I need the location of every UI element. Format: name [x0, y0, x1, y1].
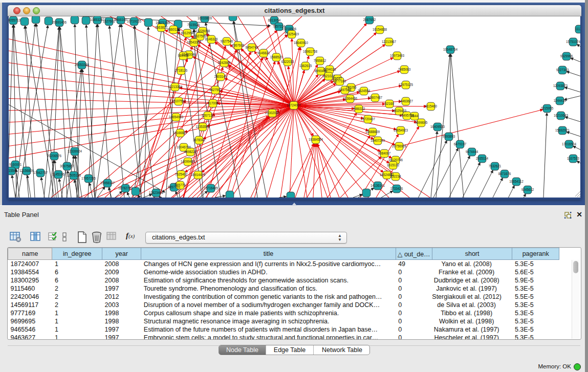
svg-text:15751074: 15751074	[566, 40, 580, 43]
svg-text:10973493: 10973493	[390, 54, 405, 57]
svg-text:20053346: 20053346	[75, 63, 90, 67]
svg-text:7485063: 7485063	[398, 68, 411, 71]
svg-text:6794028: 6794028	[323, 68, 336, 71]
svg-text:6497568: 6497568	[339, 88, 352, 92]
svg-text:9327546: 9327546	[221, 39, 233, 43]
svg-text:7625402: 7625402	[175, 172, 188, 176]
svg-text:1167533: 1167533	[567, 157, 580, 160]
svg-text:10654112: 10654112	[509, 180, 524, 183]
svg-text:7632621: 7632621	[489, 164, 502, 168]
svg-text:8813054: 8813054	[268, 18, 281, 22]
svg-text:9644: 9644	[411, 114, 419, 118]
svg-text:7663822: 7663822	[155, 26, 168, 29]
svg-text:9245612: 9245612	[521, 188, 534, 191]
svg-text:10025433: 10025433	[392, 109, 407, 113]
svg-text:985779: 985779	[175, 183, 186, 187]
svg-text:9699695: 9699695	[415, 121, 428, 124]
svg-text:1615132: 1615132	[387, 163, 400, 167]
svg-text:10719155: 10719155	[127, 19, 142, 23]
svg-text:6466160: 6466160	[115, 18, 127, 21]
svg-text:20206576: 20206576	[47, 154, 62, 158]
svg-text:15958107: 15958107	[100, 181, 115, 185]
svg-text:7857224: 7857224	[273, 25, 286, 28]
svg-text:9084067: 9084067	[378, 151, 391, 155]
svg-text:7955812: 7955812	[314, 59, 326, 62]
svg-text:1588520: 1588520	[270, 55, 283, 59]
svg-text:3624554: 3624554	[358, 89, 371, 93]
svg-text:19654933: 19654933	[169, 115, 184, 119]
svg-text:9160001: 9160001	[9, 163, 22, 166]
svg-text:1527602: 1527602	[103, 19, 116, 23]
svg-text:14055713: 14055713	[9, 18, 20, 22]
svg-text:4498222: 4498222	[184, 150, 197, 154]
svg-text:17957255: 17957255	[81, 177, 96, 180]
svg-text:8471676: 8471676	[498, 172, 511, 176]
svg-text:16210643: 16210643	[554, 114, 569, 117]
svg-text:19384554: 19384554	[309, 138, 323, 141]
svg-text:16782759: 16782759	[118, 186, 133, 190]
svg-text:3215955: 3215955	[541, 106, 554, 110]
svg-text:10107552: 10107552	[171, 99, 186, 103]
svg-text:3915541: 3915541	[9, 169, 18, 172]
svg-text:9146821: 9146821	[257, 51, 270, 55]
svg-text:16120746: 16120746	[388, 158, 403, 162]
svg-text:16671355: 16671355	[156, 21, 170, 25]
svg-text:20691406: 20691406	[52, 20, 67, 24]
svg-text:16409533: 16409533	[430, 125, 445, 128]
svg-text:18407249: 18407249	[371, 139, 385, 142]
svg-text:9393893: 9393893	[443, 135, 455, 138]
svg-text:6479197: 6479197	[454, 142, 467, 146]
svg-text:8912954: 8912954	[181, 31, 194, 35]
svg-text:9777169: 9777169	[334, 79, 346, 83]
svg-text:23302035: 23302035	[265, 111, 280, 115]
svg-text:17942757: 17942757	[33, 171, 48, 174]
svg-text:8454749: 8454749	[246, 46, 258, 49]
svg-text:1244419: 1244419	[554, 99, 567, 102]
svg-text:21364436: 21364436	[343, 97, 358, 100]
svg-text:12213369: 12213369	[168, 85, 183, 89]
svg-text:2718126: 2718126	[175, 69, 188, 72]
svg-text:7986322: 7986322	[353, 107, 365, 111]
svg-text:10046766: 10046766	[177, 145, 191, 149]
svg-text:12213967: 12213967	[382, 40, 397, 43]
svg-text:10688609: 10688609	[365, 130, 380, 134]
svg-text:15716485: 15716485	[204, 186, 219, 190]
svg-text:7515526: 7515526	[187, 23, 200, 27]
svg-text:12156809: 12156809	[19, 169, 34, 172]
svg-text:9427552: 9427552	[209, 88, 222, 92]
svg-text:917006: 917006	[207, 101, 219, 105]
svg-text:2803144: 2803144	[214, 75, 227, 78]
svg-text:17016504: 17016504	[562, 142, 577, 146]
svg-text:989965: 989965	[178, 54, 189, 57]
svg-text:2367608: 2367608	[232, 43, 245, 47]
svg-text:11124: 11124	[575, 27, 580, 31]
svg-text:14136141: 14136141	[371, 184, 385, 187]
svg-text:18640910: 18640910	[294, 41, 309, 45]
svg-text:10807487: 10807487	[368, 96, 383, 99]
svg-text:16914479: 16914479	[191, 173, 206, 177]
svg-text:3678342: 3678342	[193, 138, 206, 142]
svg-text:12339924: 12339924	[68, 149, 82, 153]
svg-text:8146328: 8146328	[205, 37, 218, 41]
svg-text:20756928: 20756928	[392, 144, 407, 148]
svg-text:9660124: 9660124	[167, 28, 180, 31]
svg-text:16543362: 16543362	[187, 40, 202, 44]
svg-text:14463627: 14463627	[399, 99, 413, 103]
svg-text:15692971: 15692971	[555, 128, 570, 132]
svg-text:16033809: 16033809	[198, 16, 212, 20]
svg-text:10648764: 10648764	[443, 48, 458, 51]
svg-text:30975867: 30975867	[60, 164, 75, 168]
svg-text:2087652: 2087652	[363, 18, 376, 21]
svg-text:6322033: 6322033	[281, 60, 294, 63]
svg-text:9227343: 9227343	[556, 68, 569, 72]
svg-text:12975125: 12975125	[399, 83, 413, 86]
svg-text:252234: 252234	[390, 174, 401, 178]
svg-text:11353594: 11353594	[195, 125, 210, 128]
svg-text:14099489: 14099489	[181, 160, 195, 163]
svg-text:62160: 62160	[385, 102, 394, 105]
svg-text:9329966: 9329966	[560, 54, 573, 58]
svg-text:16154838: 16154838	[373, 28, 387, 31]
svg-text:9474444: 9474444	[466, 150, 478, 154]
svg-text:9242848: 9242848	[218, 61, 231, 64]
svg-text:9115460: 9115460	[425, 104, 438, 108]
